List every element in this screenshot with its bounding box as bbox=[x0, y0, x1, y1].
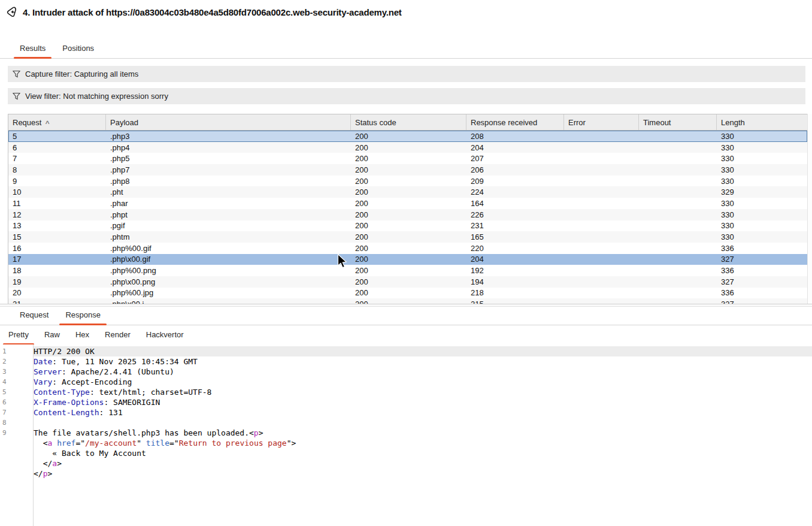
table-row-request-13[interactable]: 13.pgif200231330 bbox=[8, 220, 807, 232]
cell-payload: .php\x00.png bbox=[106, 277, 351, 286]
cell-response-received: 192 bbox=[466, 266, 564, 275]
tab-raw[interactable]: Raw bbox=[37, 326, 68, 344]
cell-status-code: 200 bbox=[351, 177, 466, 186]
code-segment-tag: p bbox=[254, 428, 259, 437]
cell-length: 327 bbox=[717, 255, 807, 264]
cell-payload: .php3 bbox=[106, 132, 351, 141]
column-header-status-code[interactable]: Status code bbox=[351, 114, 466, 130]
table-row-request-8[interactable]: 8.php7200206330 bbox=[8, 164, 807, 176]
table-row-request-9[interactable]: 9.php8200209330 bbox=[8, 176, 807, 187]
cell-response-received: 164 bbox=[466, 199, 564, 208]
cell-request: 12 bbox=[8, 210, 106, 219]
view-filter-bar[interactable]: View filter: Not matching expression sor… bbox=[8, 88, 805, 104]
tab-hex[interactable]: Hex bbox=[68, 326, 97, 344]
table-row-request-10[interactable]: 10.pht200224329 bbox=[8, 186, 807, 198]
line-number bbox=[0, 458, 12, 468]
tab-pretty[interactable]: Pretty bbox=[1, 326, 37, 344]
cell-response-received: 165 bbox=[466, 232, 564, 241]
cell-request: 8 bbox=[8, 165, 106, 174]
tab-label: Hackvertor bbox=[146, 330, 184, 339]
table-row-request-6[interactable]: 6.php4200204330 bbox=[8, 142, 807, 153]
column-label: Timeout bbox=[643, 118, 671, 127]
table-row-request-5[interactable]: 5.php3200208330 bbox=[8, 131, 807, 142]
tab-request[interactable]: Request bbox=[11, 306, 57, 325]
cell-status-code: 200 bbox=[351, 232, 466, 241]
cell-status-code: 200 bbox=[351, 288, 466, 297]
cell-request: 19 bbox=[8, 277, 106, 286]
line-number: 9 bbox=[0, 428, 12, 438]
column-header-response-received[interactable]: Response received bbox=[466, 114, 564, 130]
line-number: 7 bbox=[0, 407, 12, 418]
code-segment-plain: « Back to My Account bbox=[34, 449, 146, 458]
table-row-request-16[interactable]: 16.php%00.gif200220336 bbox=[8, 243, 807, 254]
code-segment-plain: =" bbox=[169, 439, 179, 448]
column-header-request[interactable]: Request∧ bbox=[8, 114, 106, 130]
code-line: 5Content-Type: text/html; charset=UTF-8 bbox=[0, 387, 812, 397]
code-line: 9The file avatars/shell.php3 has been up… bbox=[0, 428, 812, 438]
cell-status-code: 200 bbox=[351, 132, 466, 141]
cell-payload: .php7 bbox=[106, 165, 351, 174]
tab-results[interactable]: Results bbox=[11, 40, 54, 58]
sort-asc-icon: ∧ bbox=[45, 119, 51, 125]
column-header-error[interactable]: Error bbox=[564, 114, 639, 130]
table-row-request-11[interactable]: 11.phar200164330 bbox=[8, 198, 807, 209]
cell-request: 13 bbox=[8, 221, 106, 230]
cell-payload: .phpt bbox=[106, 210, 351, 219]
table-row-request-17[interactable]: 17.php\x00.gif200204327 bbox=[8, 254, 807, 265]
tab-render[interactable]: Render bbox=[97, 326, 138, 344]
code-line: 7Content-Length: 131 bbox=[0, 407, 812, 418]
cell-length: 336 bbox=[717, 266, 807, 275]
code-line-text: </a> bbox=[12, 458, 812, 468]
column-header-timeout[interactable]: Timeout bbox=[639, 114, 717, 130]
cell-length: 327 bbox=[717, 277, 807, 286]
code-line-text: Date: Tue, 11 Nov 2025 10:45:34 GMT bbox=[12, 356, 812, 367]
cell-payload: .pgif bbox=[106, 221, 351, 230]
code-line: 6X-Frame-Options: SAMEORIGIN bbox=[0, 397, 812, 407]
code-segment-plain: : SAMEORIGIN bbox=[104, 398, 160, 407]
results-table: Request∧PayloadStatus codeResponse recei… bbox=[8, 114, 807, 305]
capture-filter-text: Capture filter: Capturing all items bbox=[25, 69, 138, 78]
cell-length: 330 bbox=[717, 221, 807, 230]
table-row-request-20[interactable]: 20.php%00.jpg200218336 bbox=[8, 288, 807, 299]
cell-length: 330 bbox=[717, 132, 807, 141]
column-label: Request bbox=[13, 118, 41, 127]
code-segment-hdr: Date bbox=[34, 357, 52, 366]
code-segment-plain: : Tue, 11 Nov 2025 10:45:34 GMT bbox=[52, 357, 198, 366]
back-arrow-icon[interactable] bbox=[5, 5, 19, 19]
code-line-text: X-Frame-Options: SAMEORIGIN bbox=[12, 397, 812, 407]
table-row-request-19[interactable]: 19.php\x00.png200194327 bbox=[8, 276, 807, 288]
column-label: Payload bbox=[110, 118, 138, 127]
code-line-text: Content-Length: 131 bbox=[12, 407, 812, 418]
column-header-payload[interactable]: Payload bbox=[106, 114, 351, 130]
table-row-request-7[interactable]: 7.php5200207330 bbox=[8, 153, 807, 164]
tab-response[interactable]: Response bbox=[57, 306, 109, 325]
column-label: Length bbox=[721, 118, 745, 127]
table-row-request-12[interactable]: 12.phpt200226330 bbox=[8, 209, 807, 220]
table-row-request-18[interactable]: 18.php%00.png200192336 bbox=[8, 265, 807, 276]
cell-payload: .pht bbox=[106, 188, 351, 197]
code-segment-plain: </ bbox=[34, 469, 43, 478]
cell-payload: .php4 bbox=[106, 143, 351, 152]
cell-response-received: 206 bbox=[466, 165, 564, 174]
column-header-length[interactable]: Length bbox=[717, 114, 807, 130]
code-segment-plain: > bbox=[259, 428, 263, 437]
code-line: 4Vary: Accept-Encoding bbox=[0, 377, 812, 387]
attack-title: 4. Intruder attack of https://0a83004c03… bbox=[23, 7, 402, 17]
capture-filter-bar[interactable]: Capture filter: Capturing all items bbox=[8, 66, 805, 82]
code-segment-plain: > bbox=[57, 459, 62, 468]
line-number bbox=[0, 448, 12, 458]
cell-length: 336 bbox=[717, 244, 807, 253]
cell-length: 330 bbox=[717, 165, 807, 174]
code-segment-hdr: Content-Length bbox=[34, 408, 99, 417]
cell-status-code: 200 bbox=[351, 277, 466, 286]
code-line: 3Server: Apache/2.4.41 (Ubuntu) bbox=[0, 367, 812, 377]
cell-payload: .php\x00.gif bbox=[106, 255, 351, 264]
editor-tabstrip: RequestResponse bbox=[0, 306, 812, 325]
cell-response-received: 208 bbox=[466, 132, 564, 141]
tab-positions[interactable]: Positions bbox=[54, 40, 102, 58]
table-vertical-scrollbar[interactable] bbox=[807, 114, 812, 304]
tab-hackvertor[interactable]: Hackvertor bbox=[138, 326, 192, 344]
table-row-request-15[interactable]: 15.phtm200165330 bbox=[8, 231, 807, 243]
tab-label: Render bbox=[105, 330, 131, 339]
code-segment-plain: =" bbox=[75, 439, 85, 448]
